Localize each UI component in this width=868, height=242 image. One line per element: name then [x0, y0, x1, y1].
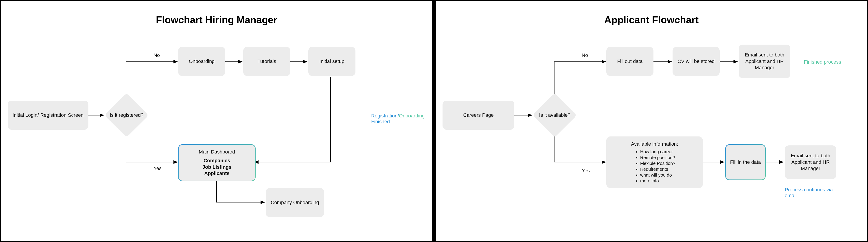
info-list-item: How long career: [640, 149, 676, 154]
node-careers-page: Careers Page: [442, 101, 514, 130]
node-available-info-title: Available information:: [631, 141, 678, 147]
decision-registered-label: Is it registered?: [110, 112, 144, 118]
info-list-item: Remote position?: [640, 154, 676, 161]
node-initial-setup: Initial setup: [308, 47, 355, 76]
node-cv-stored: CV will be stored: [673, 47, 720, 76]
annotation-registration: Registration/: [371, 113, 399, 118]
annotation-finished: Finished: [371, 119, 390, 124]
node-email-bottom: Email sent to both Applicant and HR Mana…: [785, 145, 836, 179]
node-tutorials: Tutorials: [243, 47, 290, 76]
info-list-item: Flexible Position?: [640, 161, 676, 166]
node-fill-in-data: Fill in the data: [725, 144, 766, 180]
canvas-left: Initial Login/ Registration Screen Is it…: [1, 26, 432, 227]
node-email-top: Email sent to both Applicant and HR Mana…: [739, 44, 790, 78]
node-initial-login-label: Initial Login/ Registration Screen: [12, 112, 84, 118]
edge-label-yes-r: Yes: [582, 168, 590, 174]
node-onboarding: Onboarding: [178, 47, 225, 76]
info-list: How long careerRemote position?Flexible …: [634, 149, 676, 184]
decision-available: Is it available?: [532, 93, 577, 138]
node-email-bottom-label: Email sent to both Applicant and HR Mana…: [788, 152, 833, 172]
node-company-onboarding-label: Company Onboarding: [271, 200, 319, 206]
node-careers-page-label: Careers Page: [463, 112, 494, 118]
edge-label-no: No: [154, 53, 160, 58]
node-fill-in-data-label: Fill in the data: [730, 159, 761, 166]
decision-available-label: Is it available?: [539, 112, 570, 118]
title-hiring-manager: Flowchart Hiring Manager: [1, 14, 432, 26]
node-company-onboarding: Company Onboarding: [266, 188, 324, 217]
info-list-item: more info: [640, 178, 676, 184]
panel-hiring-manager: Flowchart Hiring Manager Ini: [1, 1, 432, 241]
edge-label-yes: Yes: [154, 166, 162, 171]
canvas-right: Careers Page Is it available? No Yes Fil…: [436, 26, 867, 227]
node-fill-out-data: Fill out data: [606, 47, 653, 76]
node-initial-setup-label: Initial setup: [319, 58, 344, 65]
node-available-info: Available information: How long careerRe…: [606, 136, 703, 188]
info-list-item: Requirements: [640, 166, 676, 172]
node-main-dashboard-title: Main Dashboard: [199, 149, 235, 155]
title-applicant: Applicant Flowchart: [436, 14, 867, 26]
node-fill-out-data-label: Fill out data: [617, 58, 643, 65]
annotation-finished-process-label: Finished process: [804, 59, 841, 65]
decision-registered: Is it registered?: [104, 93, 149, 138]
node-main-dashboard-items: Companies Job Listings Applicants: [203, 158, 231, 177]
annotation-onboarding: Onboarding: [399, 113, 425, 118]
node-email-top-label: Email sent to both Applicant and HR Mana…: [742, 52, 787, 71]
panel-applicant: Applicant Flowchart Careers Page Is it a…: [436, 1, 867, 241]
node-main-dashboard: Main Dashboard Companies Job Listings Ap…: [178, 144, 256, 181]
annotation-finished-process: Finished process: [804, 59, 841, 65]
node-cv-stored-label: CV will be stored: [678, 58, 714, 65]
annotation-process-continues-label: Process continues via email: [785, 187, 833, 198]
annotation-process-continues: Process continues via email: [785, 187, 843, 199]
info-list-item: what will you do: [640, 172, 676, 178]
node-tutorials-label: Tutorials: [257, 58, 276, 65]
node-initial-login: Initial Login/ Registration Screen: [8, 101, 88, 130]
edge-label-no-r: No: [582, 53, 588, 58]
annotation-registration-finished: Registration/Onboarding Finished: [371, 113, 432, 125]
node-onboarding-label: Onboarding: [189, 58, 215, 65]
